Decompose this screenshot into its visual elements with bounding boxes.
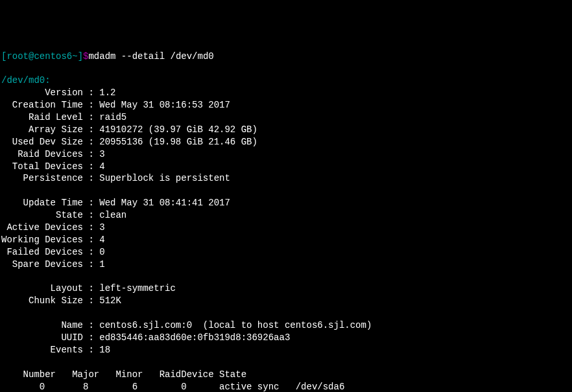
layout-line: Layout : left-symmetric <box>1 283 176 294</box>
persistence-line: Persistence : Superblock is persistent <box>1 173 230 183</box>
spare-devices-value: 1 <box>99 259 104 270</box>
creation-time-value: Wed May 31 08:16:53 2017 <box>99 100 230 110</box>
prompt-bracket-close: ] <box>78 51 83 62</box>
failed-devices-value: 0 <box>99 247 104 257</box>
raid-level-value: raid5 <box>99 112 126 122</box>
events-value: 18 <box>99 345 110 355</box>
uuid-line: UUID : ed835446:aa83d60e:0fb319d8:36926a… <box>1 332 290 343</box>
active-devices-label: Active Devices : <box>1 222 99 233</box>
layout-value: left-symmetric <box>99 283 176 294</box>
failed-devices-line: Failed Devices : 0 <box>1 247 105 257</box>
state-label: State : <box>1 210 99 220</box>
working-devices-line: Working Devices : 4 <box>1 235 105 245</box>
active-devices-line: Active Devices : 3 <box>1 222 105 233</box>
name-value: centos6.sjl.com:0 (local to host centos6… <box>99 320 372 330</box>
uuid-label: UUID : <box>1 332 99 343</box>
active-devices-value: 3 <box>99 222 104 233</box>
update-time-label: Update Time : <box>1 198 99 208</box>
chunk-size-label: Chunk Size : <box>1 295 99 306</box>
working-devices-value: 4 <box>99 235 104 245</box>
array-size-line: Array Size : 41910272 (39.97 GiB 42.92 G… <box>1 124 257 135</box>
command-text: mdadm --detail /dev/md0 <box>88 51 213 62</box>
events-line: Events : 18 <box>1 345 110 355</box>
creation-time-label: Creation Time : <box>1 100 99 110</box>
version-value: 1.2 <box>99 87 115 98</box>
working-devices-label: Working Devices : <box>1 235 99 245</box>
terminal-output: [root@centos6~]$mdadm --detail /dev/md0 … <box>1 51 571 392</box>
used-dev-size-line: Used Dev Size : 20955136 (19.98 GiB 21.4… <box>1 137 257 147</box>
spare-devices-label: Spare Devices : <box>1 259 99 270</box>
state-line: State : clean <box>1 210 132 220</box>
version-line: Version : 1.2 <box>1 87 115 98</box>
prompt-line[interactable]: [root@centos6~]$mdadm --detail /dev/md0 <box>1 51 571 63</box>
chunk-size-line: Chunk Size : 512K <box>1 295 121 306</box>
raid-devices-value: 3 <box>99 149 104 159</box>
spare-devices-line: Spare Devices : 1 <box>1 259 105 270</box>
prompt-host: centos6 <box>34 51 72 62</box>
table-row: 0 8 6 0 active sync /dev/sda6 <box>1 382 344 392</box>
array-size-label: Array Size : <box>1 124 99 135</box>
raid-level-label: Raid Level : <box>1 112 99 122</box>
update-time-line: Update Time : Wed May 31 08:41:41 2017 <box>1 198 230 208</box>
uuid-value: ed835446:aa83d60e:0fb319d8:36926aa3 <box>99 332 290 343</box>
device-header: /dev/md0: <box>1 75 51 86</box>
state-value: clean <box>99 210 132 220</box>
total-devices-label: Total Devices : <box>1 161 99 172</box>
total-devices-line: Total Devices : 4 <box>1 161 105 172</box>
total-devices-value: 4 <box>99 161 104 172</box>
prompt-user: root <box>6 51 29 62</box>
used-dev-size-label: Used Dev Size : <box>1 137 99 147</box>
raid-devices-label: Raid Devices : <box>1 149 99 159</box>
failed-devices-label: Failed Devices : <box>1 247 99 257</box>
used-dev-size-value: 20955136 (19.98 GiB 21.46 GB) <box>99 137 257 147</box>
version-label: Version : <box>1 87 99 98</box>
array-size-value: 41910272 (39.97 GiB 42.92 GB) <box>99 124 257 135</box>
update-time-value: Wed May 31 08:41:41 2017 <box>99 198 230 208</box>
table-header: Number Major Minor RaidDevice State <box>1 369 246 380</box>
persistence-label: Persistence : <box>1 173 99 183</box>
name-line: Name : centos6.sjl.com:0 (local to host … <box>1 320 372 330</box>
events-label: Events : <box>1 345 99 355</box>
name-label: Name : <box>1 320 99 330</box>
raid-devices-line: Raid Devices : 3 <box>1 149 105 159</box>
creation-time-line: Creation Time : Wed May 31 08:16:53 2017 <box>1 100 230 110</box>
chunk-size-value: 512K <box>99 295 121 306</box>
layout-label: Layout : <box>1 283 99 294</box>
raid-level-line: Raid Level : raid5 <box>1 112 126 122</box>
prompt-path: ~ <box>72 51 77 62</box>
persistence-value: Superblock is persistent <box>99 173 230 183</box>
